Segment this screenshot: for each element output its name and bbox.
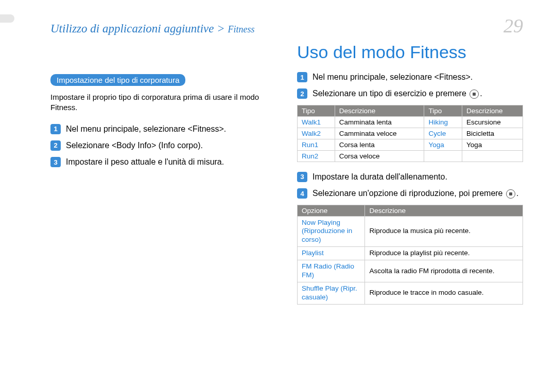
cell-type: Yoga bbox=[424, 139, 462, 150]
side-tab bbox=[0, 14, 14, 23]
th-desc: Descrizione bbox=[462, 105, 523, 116]
page-header: Utilizzo di applicazioni aggiuntive > Fi… bbox=[50, 14, 523, 37]
th-type: Tipo bbox=[298, 105, 335, 116]
select-button-icon bbox=[470, 90, 479, 99]
cell-type bbox=[424, 150, 462, 162]
step-text: Impostare il peso attuale e l'unità di m… bbox=[66, 156, 224, 168]
table-row: Run2 Corsa veloce bbox=[298, 150, 523, 162]
step-2: 2 Selezionare <Body Info> (Info corpo). bbox=[50, 140, 276, 151]
table-row: FM Radio (Radio FM) Ascolta la radio FM … bbox=[298, 260, 523, 282]
cell-desc: Camminata veloce bbox=[335, 128, 424, 139]
table-row: Walk2 Camminata veloce Cycle Bicicletta bbox=[298, 128, 523, 139]
cell-option: Shuffle Play (Ripr. casuale) bbox=[298, 282, 365, 304]
th-desc: Descrizione bbox=[335, 105, 424, 116]
select-button-icon bbox=[506, 189, 515, 199]
step-text: Impostare la durata dell'allenamento. bbox=[312, 171, 447, 183]
step-text-post: . bbox=[480, 89, 482, 98]
left-column: Impostazione del tipo di corporatura Imp… bbox=[50, 42, 276, 314]
cell-desc bbox=[462, 150, 523, 162]
cell-type: Run2 bbox=[298, 150, 335, 162]
page-number: 29 bbox=[503, 14, 523, 37]
cell-type: Walk1 bbox=[298, 116, 335, 128]
exercise-type-table: Tipo Descrizione Tipo Descrizione Walk1 … bbox=[297, 105, 523, 162]
table-row: Now Playing (Riproduzione in corso) Ripr… bbox=[298, 216, 523, 247]
step-1: 1 Nel menu principale, selezionare <Fitn… bbox=[297, 72, 523, 83]
breadcrumb-sub: Fitness bbox=[228, 24, 255, 34]
step-3: 3 Impostare la durata dell'allenamento. bbox=[297, 171, 523, 183]
step-number-icon: 1 bbox=[50, 124, 61, 134]
cell-option: Now Playing (Riproduzione in corso) bbox=[298, 216, 365, 247]
step-text: Nel menu principale, selezionare <Fitnes… bbox=[66, 123, 226, 135]
manual-page: Utilizzo di applicazioni aggiuntive > Fi… bbox=[0, 0, 556, 324]
step-text-pre: Selezionare un tipo di esercizio e preme… bbox=[312, 89, 468, 98]
step-number-icon: 2 bbox=[297, 88, 307, 99]
right-column: Uso del modo Fitness 1 Nel menu principa… bbox=[297, 42, 523, 314]
step-number-icon: 2 bbox=[50, 140, 61, 151]
playback-option-table: Opzione Descrizione Now Playing (Riprodu… bbox=[297, 205, 523, 305]
step-number-icon: 4 bbox=[297, 188, 307, 199]
table-row: Run1 Corsa lenta Yoga Yoga bbox=[298, 139, 523, 150]
step-text: Selezionare un'opzione di riproduzione, … bbox=[312, 188, 518, 199]
cell-desc: Riproduce la musica più recente. bbox=[365, 216, 523, 247]
th-desc: Descrizione bbox=[365, 205, 523, 216]
table-row: Walk1 Camminata lenta Hiking Escursione bbox=[298, 116, 523, 128]
step-text-pre: Selezionare un'opzione di riproduzione, … bbox=[312, 189, 505, 198]
table-row: Shuffle Play (Ripr. casuale) Riproduce l… bbox=[298, 282, 523, 304]
cell-type: Hiking bbox=[424, 116, 462, 128]
step-number-icon: 3 bbox=[297, 172, 307, 182]
cell-option: FM Radio (Radio FM) bbox=[298, 260, 365, 282]
step-1: 1 Nel menu principale, selezionare <Fitn… bbox=[50, 123, 276, 135]
cell-desc: Camminata lenta bbox=[335, 116, 424, 128]
cell-desc: Riproduce le tracce in modo casuale. bbox=[365, 282, 523, 304]
step-text: Selezionare un tipo di esercizio e preme… bbox=[312, 88, 482, 99]
section-pill: Impostazione del tipo di corporatura bbox=[50, 74, 185, 86]
breadcrumb: Utilizzo di applicazioni aggiuntive > Fi… bbox=[50, 22, 255, 35]
breadcrumb-main: Utilizzo di applicazioni aggiuntive > bbox=[50, 22, 228, 35]
cell-option: Playlist bbox=[298, 247, 365, 260]
th-type: Tipo bbox=[424, 105, 462, 116]
main-heading: Uso del modo Fitness bbox=[297, 42, 523, 62]
cell-desc: Riproduce la playlist più recente. bbox=[365, 247, 523, 260]
cell-desc: Bicicletta bbox=[462, 128, 523, 139]
cell-desc: Corsa lenta bbox=[335, 139, 424, 150]
cell-desc: Yoga bbox=[462, 139, 523, 150]
cell-desc: Escursione bbox=[462, 116, 523, 128]
step-text: Selezionare <Body Info> (Info corpo). bbox=[66, 140, 203, 151]
cell-type: Walk2 bbox=[298, 128, 335, 139]
step-4: 4 Selezionare un'opzione di riproduzione… bbox=[297, 188, 523, 199]
section-intro: Impostare il proprio tipo di corporatura… bbox=[50, 92, 276, 113]
th-option: Opzione bbox=[298, 205, 365, 216]
step-text: Nel menu principale, selezionare <Fitnes… bbox=[312, 72, 473, 83]
step-3: 3 Impostare il peso attuale e l'unità di… bbox=[50, 156, 276, 168]
cell-type: Run1 bbox=[298, 139, 335, 150]
step-2: 2 Selezionare un tipo di esercizio e pre… bbox=[297, 88, 523, 99]
step-text-post: . bbox=[516, 189, 518, 198]
table-row: Playlist Riproduce la playlist più recen… bbox=[298, 247, 523, 260]
cell-type: Cycle bbox=[424, 128, 462, 139]
cell-desc: Ascolta la radio FM riprodotta di recent… bbox=[365, 260, 523, 282]
cell-desc: Corsa veloce bbox=[335, 150, 424, 162]
step-number-icon: 3 bbox=[50, 157, 61, 167]
step-number-icon: 1 bbox=[297, 72, 307, 82]
